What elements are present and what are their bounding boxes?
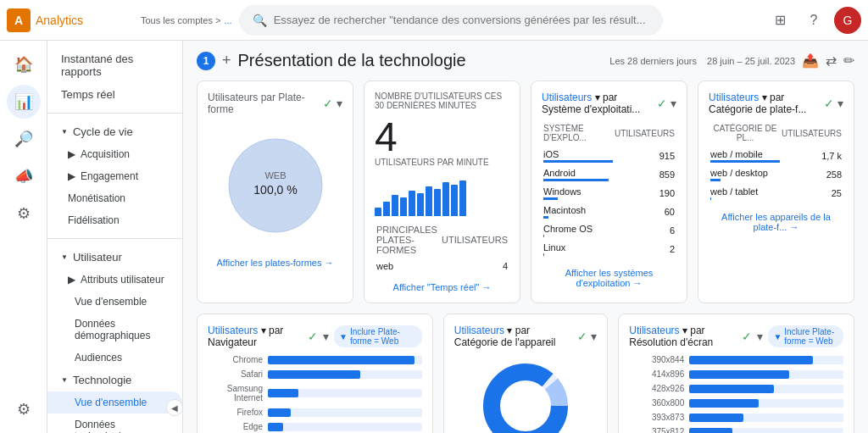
search-input[interactable] <box>274 14 649 26</box>
browser-bar-row: Firefox <box>208 408 422 417</box>
nav-donnees-demo[interactable]: Données démographiques <box>47 313 182 347</box>
card-realtime-footer[interactable]: Afficher "Temps réel" → <box>375 282 509 292</box>
card-realtime-title: NOMBRE D'UTILISATEURS CES 30 DERNIÈRES M… <box>375 92 509 110</box>
nav-cycle-vie[interactable]: ▼ Cycle de vie <box>47 120 182 143</box>
card-platform-title: Utilisateurs par Plate-forme <box>208 92 323 115</box>
rt-row: web4 <box>376 260 508 272</box>
share-icon[interactable]: 📤 <box>802 53 819 69</box>
nav-vue-ensemble-user[interactable]: Vue d'ensemble <box>47 291 182 313</box>
mini-bar <box>442 182 449 216</box>
browser-bar-row: Safari <box>208 369 422 379</box>
nav-home-icon[interactable]: 🏠 <box>7 47 41 81</box>
nav-engagement[interactable]: ▶ Engagement <box>47 165 182 187</box>
apps-button[interactable]: ⊞ <box>766 7 793 34</box>
mini-bar <box>375 208 381 216</box>
chevron-down-icon-browser[interactable]: ▾ <box>323 330 329 343</box>
chevron-down-icon-plat[interactable]: ▾ <box>837 97 843 110</box>
resolution-bar-row: 414x896 <box>629 369 843 379</box>
card-platform-cat-header: Utilisateurs ▾ parCatégorie de plate-f..… <box>709 92 843 115</box>
chevron-down-icon[interactable]: ▾ <box>337 97 342 110</box>
card-platform-header: Utilisateurs par Plate-forme ✓ ▾ <box>208 92 342 115</box>
nav-explore-icon[interactable]: 🔎 <box>7 122 41 156</box>
nav-audiences[interactable]: Audiences <box>47 347 182 369</box>
os-col2: UTILISATEURS <box>615 124 675 146</box>
breadcrumb: Tous les comptes > ... <box>141 15 232 25</box>
nav-donnees-techno[interactable]: Données technologiques <box>47 414 182 433</box>
filter-badge-res[interactable]: ▼Inclure Plate-forme = Web <box>768 325 843 347</box>
resolution-bar-row: 393x873 <box>629 413 843 422</box>
info-button[interactable]: 1 <box>197 52 215 70</box>
browser-bar-row: Edge <box>208 422 422 431</box>
nav-monetisation[interactable]: Monétisation <box>47 187 182 209</box>
browser-bar-row: Chrome <box>208 355 422 364</box>
mini-bar <box>400 197 407 217</box>
resolution-bar-row: 375x812 <box>629 427 843 433</box>
cards-row-2: Utilisateurs ▾ par Navigateur ✓ ▾ ▼Inclu… <box>197 314 854 433</box>
layout: 🏠 📊 🔎 📣 ⚙ ⚙ Instantané des rapports Temp… <box>0 0 868 433</box>
card-platform-cat: Utilisateurs ▾ parCatégorie de plate-f..… <box>698 80 854 303</box>
card-resolution-title: Utilisateurs ▾ par Résolution d'écran <box>629 325 742 348</box>
os-row: Chrome OS6 <box>543 222 675 239</box>
mini-bar <box>417 193 424 217</box>
resolution-bar-row: 428x926 <box>629 384 843 393</box>
svg-text:100,0 %: 100,0 % <box>253 183 297 197</box>
card-os-header: Utilisateurs ▾ parSystème d'exploitati..… <box>542 92 676 115</box>
card-os-title: Utilisateurs ▾ parSystème d'exploitati..… <box>542 92 640 115</box>
rt-col1: PRINCIPALES PLATES-FORMES <box>376 225 440 258</box>
card-plat-footer[interactable]: Afficher les appareils de la plate-f... … <box>709 212 843 232</box>
nav-technologie-vue[interactable]: Vue d'ensemble <box>47 391 182 414</box>
rt-col2: UTILISATEURS <box>442 225 508 258</box>
date-label: Les 28 derniers jours <box>609 56 697 66</box>
nav-configure-icon[interactable]: ⚙ <box>7 197 41 230</box>
edit-icon[interactable]: ✏ <box>843 53 854 69</box>
svg-text:WEB: WEB <box>264 170 286 180</box>
chevron-down-icon-os[interactable]: ▾ <box>670 97 676 110</box>
os-row: iOS915 <box>543 147 675 164</box>
nav-advertising-icon[interactable]: 📣 <box>7 159 41 193</box>
card-browser-icons: ✓ ▾ ▼Inclure Plate-forme = Web <box>308 325 422 347</box>
resolution-bar-row: 390x844 <box>629 355 843 364</box>
mini-bar <box>459 180 466 217</box>
plat-row: web / desktop258 <box>710 166 842 183</box>
chevron-down-icon-res[interactable]: ▾ <box>757 330 763 343</box>
card-os-icons: ✓ ▾ <box>657 97 676 110</box>
rt-table: PRINCIPALES PLATES-FORMES UTILISATEURS w… <box>375 223 509 274</box>
page-header: 1 + Présentation de la technologie Les 2… <box>197 51 854 70</box>
brand-icon: A <box>7 8 31 32</box>
nav-utilisateur[interactable]: ▼ Utilisateur <box>47 246 182 269</box>
plat-row: web / tablet25 <box>710 185 842 202</box>
nav-attributs-user[interactable]: ▶ Attributs utilisateur <box>47 269 182 291</box>
help-button[interactable]: ? <box>800 7 827 34</box>
nav-technologie[interactable]: ▼ Technologie <box>47 369 182 391</box>
add-button[interactable]: + <box>222 52 231 69</box>
os-row: Android859 <box>543 166 675 183</box>
compare-icon[interactable]: ⇄ <box>826 53 837 69</box>
nav-acquisition[interactable]: ▶ Acquisition <box>47 143 182 165</box>
avatar[interactable]: G <box>834 7 861 34</box>
card-platform-footer[interactable]: Afficher les plates-formes → <box>208 258 342 268</box>
nav-reports-icon[interactable]: 📊 <box>7 85 41 119</box>
check-icon-res: ✓ <box>742 330 752 343</box>
card-realtime-header: NOMBRE D'UTILISATEURS CES 30 DERNIÈRES M… <box>375 92 509 110</box>
filter-badge-browser[interactable]: ▼Inclure Plate-forme = Web <box>334 325 422 347</box>
chevron-down-icon-device[interactable]: ▾ <box>591 330 597 343</box>
os-table: SYSTÈME D'EXPLO... UTILISATEURS iOS915An… <box>542 122 676 259</box>
header-icons: 📤 ⇄ ✏ <box>802 53 854 69</box>
os-row: Windows190 <box>543 185 675 202</box>
search-bar[interactable]: 🔍 <box>239 5 663 36</box>
collapse-sidebar-button[interactable]: ◀ <box>166 399 183 416</box>
nav-fidelisation[interactable]: Fidélisation <box>47 209 182 231</box>
nav-instantane[interactable]: Instantané des rapports <box>47 47 182 83</box>
search-icon: 🔍 <box>253 14 267 27</box>
card-realtime: NOMBRE D'UTILISATEURS CES 30 DERNIÈRES M… <box>364 80 520 303</box>
nav-settings-icon[interactable]: ⚙ <box>7 392 41 426</box>
mini-bar <box>383 202 390 217</box>
card-os-footer[interactable]: Afficher les systèmes d'exploitation → <box>542 268 676 288</box>
donut-chart <box>475 355 576 433</box>
cards-row-1: Utilisateurs par Plate-forme ✓ ▾ WEB 100… <box>197 80 854 303</box>
nav-sidebar: Instantané des rapports Temps réel ▼ Cyc… <box>47 41 183 433</box>
realtime-label: UTILISATEURS PAR MINUTE <box>375 158 509 167</box>
main-content: 1 + Présentation de la technologie Les 2… <box>183 41 868 433</box>
nav-temps-reel[interactable]: Temps réel <box>47 83 182 106</box>
check-icon-plat: ✓ <box>824 97 834 110</box>
